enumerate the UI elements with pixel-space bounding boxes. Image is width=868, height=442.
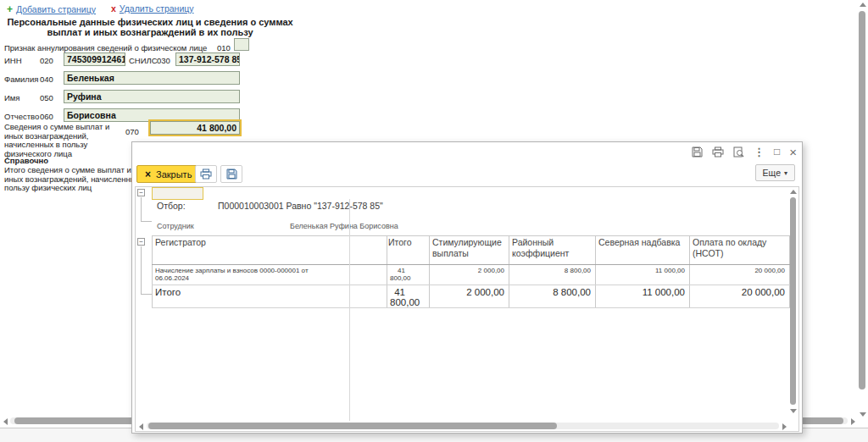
salary-total-cell[interactable]: 20 000,00 [690,285,790,308]
main-vertical-scrollbar-thumb[interactable] [859,11,865,390]
snils-code: 030 [157,56,170,65]
plus-icon: + [7,3,13,15]
modal-scroll-down-arrow[interactable] [790,409,797,413]
app-window: +Добавить страницу xУдалить страницу Пер… [0,0,868,442]
sum-field[interactable]: 41 800,00 [150,121,240,135]
salary-cell[interactable]: 20 000,00 [690,265,790,285]
selected-cell[interactable] [152,187,203,200]
delete-page-label: Удалить страницу [120,3,194,14]
report-header-row: Регистратор Итого Стимулирующие выплаты … [153,236,790,265]
firstname-field[interactable]: Руфина [64,90,240,103]
district-total-cell[interactable]: 8 800,00 [509,285,596,308]
sheet-grid-line [349,199,350,421]
modal-titlebar: ⋮ □ × [692,146,797,157]
filter-value[interactable]: П000010003001 Равно "137-912-578 85" [218,201,383,211]
report-table: Регистратор Итого Стимулирующие выплаты … [152,235,790,308]
district-cell[interactable]: 8 800,00 [509,265,596,285]
more-vertical-icon[interactable]: ⋮ [754,146,765,157]
north-total-cell[interactable]: 11 000,00 [596,285,690,308]
inn-label: ИНН [4,56,22,65]
modal-scroll-left-arrow[interactable] [139,423,143,430]
main-scroll-left-arrow[interactable] [3,418,8,425]
reference-title: Справочно [4,156,48,165]
snils-field[interactable]: 137-912-578 85 [175,52,240,66]
modal-horizontal-scrollbar-thumb[interactable] [148,423,557,429]
firstname-code: 050 [40,93,53,102]
main-scroll-up-arrow[interactable] [860,3,866,7]
stimul-cell[interactable]: 2 000,00 [430,265,509,285]
sum-code: 070 [125,127,139,136]
save-icon[interactable] [692,146,703,157]
inn-code: 020 [40,56,53,65]
firstname-label: Имя [4,93,20,102]
reference-text: Итого сведения о сумме выплат и иных воз… [4,166,148,193]
collapse-group-icon[interactable]: − [137,189,145,196]
page-title: Персональные данные физических лиц и све… [2,18,298,37]
close-button[interactable]: × Закрыть [136,165,200,183]
middlename-label: Отчество [4,112,39,121]
report-data-row: Начисление зарплаты и взносов 0000-00000… [153,265,790,285]
north-cell[interactable]: 11 000,00 [596,265,690,285]
print-icon[interactable] [712,146,724,157]
group-tree-line [141,294,152,295]
group-tree-line [141,246,142,294]
modal-scroll-right-arrow[interactable] [782,423,787,430]
modal-vertical-scrollbar-thumb[interactable] [790,197,796,405]
total-total-cell[interactable]: 41 800,00 [387,285,430,308]
employee-label[interactable]: Сотрудник [157,222,194,230]
more-button[interactable]: Еще ▾ [755,164,795,181]
stimul-total-cell[interactable]: 2 000,00 [430,285,509,308]
column-header[interactable]: Регистратор [153,236,387,265]
delete-x-icon: x [111,3,116,14]
annul-checkbox[interactable] [234,38,249,51]
lastname-label: Фамилия [4,75,38,84]
delete-page-link[interactable]: xУдалить страницу [111,3,194,15]
employee-value[interactable]: Беленькая Руфина Борисовна [290,222,398,230]
middlename-field[interactable]: Борисовна [64,108,240,122]
filter-label[interactable]: Отбор: [157,201,186,211]
group-tree-line [141,221,152,222]
lastname-field[interactable]: Беленькая [64,71,240,85]
registrator-cell[interactable]: Начисление зарплаты и взносов 0000-00000… [153,265,387,285]
close-x-icon: × [145,169,151,180]
add-page-label: Добавить страницу [16,4,96,14]
sum-label: Сведения о сумме выплат и иных вознаграж… [4,123,127,158]
chevron-down-icon: ▾ [784,169,787,177]
inn-field[interactable]: 745309912461 [64,52,125,66]
annul-label: Признак аннулирования сведений о физичес… [4,43,207,52]
close-button-label: Закрыть [156,169,192,180]
close-window-icon[interactable]: × [789,146,797,157]
column-header[interactable]: Стимулирующие выплаты [430,236,509,265]
more-button-label: Еще [763,168,781,178]
maximize-icon[interactable]: □ [774,146,780,157]
main-scroll-right-arrow[interactable] [851,418,855,425]
modal-scroll-up-arrow[interactable] [790,190,797,194]
middlename-code: 060 [40,112,53,121]
annul-code: 010 [217,43,231,52]
save-button[interactable] [220,165,242,183]
report-modal-window: ⋮ □ × × Закрыть Еще ▾ − − [131,141,803,434]
registrator-total-cell[interactable]: Итого [153,285,387,308]
print-button[interactable] [195,165,217,183]
collapse-group-icon[interactable]: − [137,238,145,246]
column-header[interactable]: Северная надбавка [596,236,690,265]
snils-label: СНИЛС [129,56,158,65]
total-cell[interactable]: 41 800,00 [387,265,430,285]
column-header[interactable]: Итого [387,236,430,265]
preview-icon[interactable] [733,146,744,157]
lastname-code: 040 [40,75,53,84]
report-total-row: Итого 41 800,00 2 000,00 8 800,00 11 000… [153,285,790,308]
main-scroll-down-arrow[interactable] [860,412,866,417]
report-sheet: − − Отбор: П000010003001 Равно "137-912-… [135,186,799,432]
column-header[interactable]: Районный коэффициент [509,236,596,265]
add-page-link[interactable]: +Добавить страницу [7,3,96,15]
group-tree-line [141,197,142,221]
column-header[interactable]: Оплата по окладу (НСОТ) [690,236,790,265]
